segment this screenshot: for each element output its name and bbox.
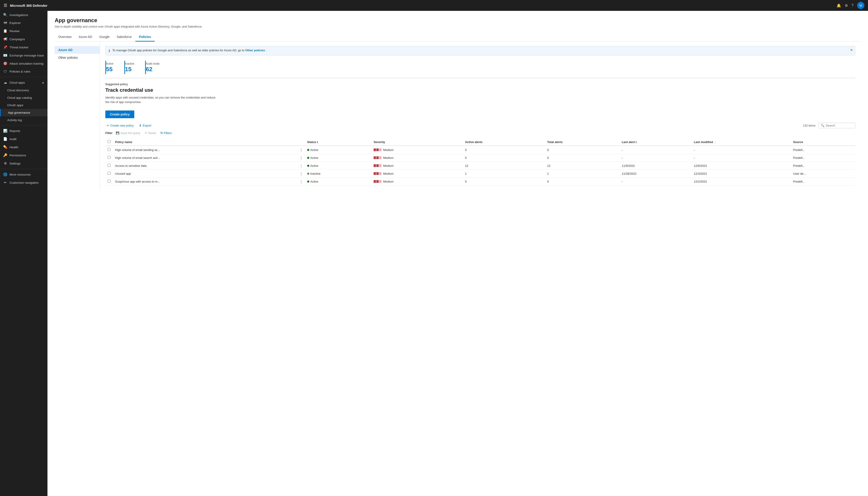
suggested-title: Track credential use bbox=[105, 87, 855, 93]
info-banner-after: . bbox=[266, 49, 267, 52]
search-input[interactable] bbox=[826, 124, 853, 127]
review-icon: 📋 bbox=[3, 29, 7, 33]
create-policy-button[interactable]: Create policy bbox=[105, 110, 134, 118]
sidebar-item-review[interactable]: 📋 Review bbox=[0, 27, 47, 35]
sidebar-item-attack-simulation[interactable]: 🎯 Attack simulation training bbox=[0, 59, 47, 67]
save-query-icon: 💾 bbox=[116, 131, 119, 135]
row-status: Inactive bbox=[305, 170, 371, 177]
sidebar-item-explorer[interactable]: 🗺 Explorer bbox=[0, 19, 47, 27]
filters-button[interactable]: ⧉ Filters bbox=[159, 130, 173, 136]
severity-bar: Medium bbox=[374, 180, 461, 183]
row-severity: Medium bbox=[371, 177, 463, 186]
row-menu-button[interactable]: ⋮ bbox=[297, 162, 305, 170]
left-panel-item-azure-ad[interactable]: Azure AD bbox=[55, 46, 100, 54]
row-menu-button[interactable]: ⋮ bbox=[297, 154, 305, 162]
row-total-alerts: 0 bbox=[545, 146, 620, 154]
status-info-icon: ℹ bbox=[317, 141, 318, 143]
tab-azure-ad[interactable]: Azure AD bbox=[75, 33, 96, 42]
sidebar: 🔍 Investigations 🗺 Explorer 📋 Review 📢 C… bbox=[0, 11, 47, 496]
save-query-button[interactable]: 💾 Save the query bbox=[114, 130, 141, 136]
info-banner-before: To manage OAuth app policies for Google … bbox=[112, 49, 245, 52]
tab-google[interactable]: Google bbox=[96, 33, 113, 42]
bell-icon[interactable]: 🔔 bbox=[837, 3, 841, 8]
other-policies-link[interactable]: Other policies bbox=[245, 49, 265, 52]
row-policy-name: Suspicious app with access to m... bbox=[113, 177, 297, 186]
row-checkbox-cell bbox=[105, 146, 113, 154]
sidebar-item-investigations[interactable]: 🔍 Investigations bbox=[0, 11, 47, 19]
gear-icon[interactable]: ⚙ bbox=[845, 3, 848, 8]
close-banner-button[interactable]: ✕ bbox=[850, 48, 853, 52]
avatar[interactable]: U bbox=[857, 2, 864, 9]
create-new-policy-button[interactable]: ✏ Create new policy bbox=[105, 123, 135, 128]
sidebar-item-app-governance[interactable]: App governance bbox=[0, 109, 47, 117]
tab-salesforce[interactable]: Salesforce bbox=[113, 33, 135, 42]
sidebar-item-settings[interactable]: ⚙ Settings bbox=[0, 159, 47, 168]
sidebar-item-activity-log[interactable]: Activity log bbox=[0, 117, 47, 124]
right-content: ℹ To manage OAuth app policies for Googl… bbox=[100, 42, 861, 190]
export-button[interactable]: ⬇ Export bbox=[138, 123, 153, 128]
sidebar-item-campaigns[interactable]: 📢 Campaigns bbox=[0, 35, 47, 43]
sidebar-item-label: Policies & rules bbox=[10, 70, 30, 73]
left-panel-item-other-policies[interactable]: Other policies bbox=[55, 54, 100, 61]
row-checkbox[interactable] bbox=[108, 148, 110, 151]
row-policy-name: High volume of email sending ac... bbox=[113, 146, 297, 154]
sidebar-item-reports[interactable]: 📊 Reports bbox=[0, 127, 47, 135]
sidebar-item-oauth-apps[interactable]: OAuth apps bbox=[0, 102, 47, 109]
stat-active-label: Active bbox=[106, 62, 113, 65]
sidebar-item-exchange-message-trace[interactable]: 📧 Exchange message trace bbox=[0, 51, 47, 59]
main-content: App governance Get in-depth visibility a… bbox=[47, 11, 868, 496]
table-body: High volume of email sending ac... ⋮ Act… bbox=[105, 146, 855, 186]
row-checkbox[interactable] bbox=[108, 172, 110, 175]
sev-block-2 bbox=[376, 164, 378, 167]
table-toolbar: ✏ Create new policy ⬇ Export 132 items 🔍 bbox=[105, 123, 855, 128]
reset-button[interactable]: ↺ Reset bbox=[143, 130, 157, 136]
row-checkbox[interactable] bbox=[108, 180, 110, 183]
create-new-policy-label: Create new policy bbox=[110, 124, 134, 127]
search-icon: 🔍 bbox=[821, 124, 824, 127]
search-box[interactable]: 🔍 bbox=[818, 123, 855, 128]
sidebar-item-policies-rules[interactable]: 🛡 Policies & rules bbox=[0, 67, 47, 76]
col-menu bbox=[297, 138, 305, 146]
select-all-checkbox[interactable] bbox=[108, 140, 110, 143]
tab-overview[interactable]: Overview bbox=[55, 33, 75, 42]
threat-tracker-icon: 📌 bbox=[3, 45, 7, 49]
row-checkbox[interactable] bbox=[108, 164, 110, 167]
hamburger-icon[interactable]: ☰ bbox=[4, 3, 7, 8]
row-source: Predefi... bbox=[791, 146, 855, 154]
sidebar-item-threat-tracker[interactable]: 📌 Threat tracker bbox=[0, 43, 47, 51]
sidebar-item-label: Health bbox=[10, 145, 18, 149]
status-dot bbox=[307, 157, 309, 159]
sev-block-2 bbox=[376, 156, 378, 159]
col-status-label: Status bbox=[307, 140, 316, 144]
table-row: Unused app ⋮ Inactive Medium 1 1 11/28/2… bbox=[105, 170, 855, 177]
row-active-alerts: 12 bbox=[463, 162, 545, 170]
row-menu-button[interactable]: ⋮ bbox=[297, 177, 305, 186]
policies-table: Policy name Status ℹ Severity A bbox=[105, 138, 855, 186]
sidebar-item-more-resources[interactable]: 🌐 More resources bbox=[0, 170, 47, 179]
sort-desc-icon: ↓ bbox=[715, 141, 716, 143]
sidebar-item-audit[interactable]: 📄 Audit bbox=[0, 135, 47, 143]
sidebar-item-permissions[interactable]: 🔑 Permissions bbox=[0, 151, 47, 159]
sidebar-item-cloud-app-catalog[interactable]: Cloud app catalog bbox=[0, 94, 47, 102]
cloud-apps-icon: ☁ bbox=[3, 80, 7, 84]
severity-bar: Medium bbox=[374, 172, 461, 175]
col-total-alerts-label: Total alerts bbox=[547, 140, 563, 144]
sidebar-section-cloud-apps[interactable]: ☁ Cloud apps ▲ bbox=[0, 78, 47, 87]
sidebar-item-customize-navigation[interactable]: ✏ Customize navigation bbox=[0, 179, 47, 187]
row-status: Active bbox=[305, 162, 371, 170]
tab-policies[interactable]: Policies bbox=[135, 33, 155, 42]
col-severity-label: Severity bbox=[374, 140, 385, 144]
help-icon[interactable]: ? bbox=[852, 3, 854, 7]
row-menu-button[interactable]: ⋮ bbox=[297, 170, 305, 177]
sev-block-1 bbox=[374, 164, 376, 167]
sidebar-item-health[interactable]: 💊 Health bbox=[0, 143, 47, 151]
chevron-up-icon: ▲ bbox=[42, 81, 44, 84]
row-checkbox[interactable] bbox=[108, 156, 110, 159]
sidebar-item-label: Customize navigation bbox=[10, 181, 38, 184]
filter-row: Filter 💾 Save the query ↺ Reset ⧉ Filter… bbox=[105, 130, 855, 136]
col-last-modified[interactable]: Last modified ↓ bbox=[692, 138, 791, 146]
severity-bar: Medium bbox=[374, 148, 461, 152]
sidebar-item-cloud-discovery[interactable]: Cloud discovery bbox=[0, 87, 47, 94]
sidebar-section-label: Cloud apps bbox=[10, 81, 25, 84]
row-menu-button[interactable]: ⋮ bbox=[297, 146, 305, 154]
